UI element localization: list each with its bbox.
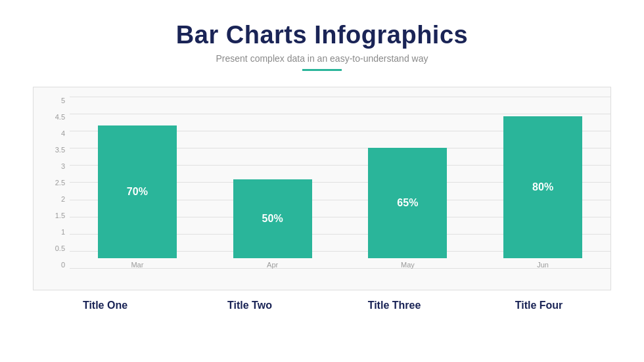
bar-two: 50%: [233, 179, 312, 258]
bar-group-four: 80% Jun: [475, 101, 610, 269]
y-label-5: 5: [61, 97, 65, 104]
bar-wrapper-four: 80%: [475, 101, 610, 258]
y-label-4: 4: [61, 129, 65, 137]
title-two: Title Two: [177, 300, 322, 311]
bar-group-two: 50% Apr: [205, 101, 340, 269]
y-label-2-5: 2.5: [55, 179, 65, 187]
y-label-4-5: 4.5: [55, 113, 65, 121]
title-divider: [302, 69, 342, 71]
x-label-may: May: [401, 261, 415, 269]
y-label-1: 1: [61, 228, 65, 236]
bar-one: 70%: [98, 125, 177, 258]
y-label-1-5: 1.5: [55, 212, 65, 219]
bar-four: 80%: [503, 116, 582, 258]
x-label-apr: Apr: [267, 261, 278, 269]
page-subtitle: Present complex data in an easy-to-under…: [176, 53, 468, 64]
y-label-0: 0: [61, 261, 65, 269]
bar-three: 65%: [368, 148, 447, 258]
chart-area: 5 4.5 4 3.5 3 2.5 2 1.5 1 0.5 0 70%: [33, 87, 611, 290]
x-label-mar: Mar: [131, 261, 143, 269]
page-title: Bar Charts Infographics: [176, 21, 468, 49]
bar-wrapper-three: 65%: [340, 101, 476, 258]
bar-wrapper-one: 70%: [70, 101, 205, 258]
bar-four-label: 80%: [532, 181, 553, 193]
y-label-3: 3: [61, 162, 65, 170]
x-label-jun: Jun: [537, 261, 549, 269]
title-one: Title One: [33, 300, 177, 311]
bar-wrapper-two: 50%: [205, 101, 340, 258]
y-label-3-5: 3.5: [55, 146, 65, 154]
bar-group-three: 65% May: [340, 101, 476, 269]
title-three: Title Three: [322, 300, 467, 311]
bars-area: 70% Mar 50% Apr 65% May: [70, 87, 610, 290]
bar-one-label: 70%: [127, 186, 148, 198]
title-four: Title Four: [467, 300, 611, 311]
titles-row: Title One Title Two Title Three Title Fo…: [33, 300, 611, 311]
y-label-0-5: 0.5: [55, 244, 65, 252]
bar-group-one: 70% Mar: [70, 101, 205, 269]
page-header: Bar Charts Infographics Present complex …: [176, 0, 468, 71]
y-label-2: 2: [61, 195, 65, 203]
y-axis: 5 4.5 4 3.5 3 2.5 2 1.5 1 0.5 0: [40, 97, 65, 269]
bar-three-label: 65%: [397, 197, 418, 209]
bar-two-label: 50%: [262, 213, 283, 225]
